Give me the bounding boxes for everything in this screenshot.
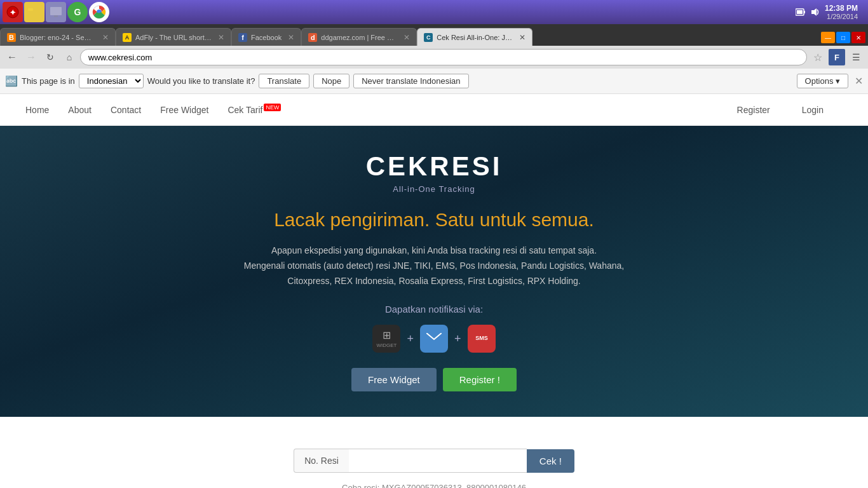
address-input[interactable] <box>80 49 807 65</box>
minimize-button[interactable]: — <box>821 32 835 43</box>
tab-adfly-label: AdFly - The URL shortene <box>135 34 212 41</box>
tab-facebook-close[interactable]: ✕ <box>288 33 294 42</box>
translate-button[interactable]: Translate <box>259 74 309 88</box>
track-input[interactable] <box>349 449 527 473</box>
blogger-favicon: B <box>7 33 16 42</box>
site-tagline: All-in-One Tracking <box>393 184 475 194</box>
browser-chrome: B Blogger: eno-24 - Semua ✕ A AdFly - Th… <box>0 24 868 94</box>
battery-icon <box>796 8 806 17</box>
close-window-button[interactable]: ✕ <box>851 32 865 43</box>
back-button[interactable]: ← <box>4 49 20 65</box>
nope-button[interactable]: Nope <box>313 74 349 88</box>
tab-facebook-label: Facebook <box>251 34 281 41</box>
email-notify-icon <box>420 325 448 353</box>
tab-blogger-close[interactable]: ✕ <box>102 33 109 42</box>
tab-blogger[interactable]: B Blogger: eno-24 - Semua ✕ <box>0 28 116 46</box>
taskbar-icon-green[interactable]: G <box>67 2 88 22</box>
site-logo: CEKRESI <box>366 151 503 182</box>
window-controls: — □ ✕ <box>821 32 868 46</box>
tab-facebook[interactable]: f Facebook ✕ <box>231 28 301 46</box>
nav-tarif[interactable]: Cek TarifNEW <box>227 104 281 115</box>
taskbar: ✦ G 12:38 PM 1/29/2014 <box>0 0 868 24</box>
track-form: No. Resi Cek ! <box>13 449 855 473</box>
translate-bar: 🔤 This page is in Indonesian Would you l… <box>0 69 868 94</box>
free-widget-button[interactable]: Free Widget <box>351 368 437 391</box>
taskbar-sys-icons: 12:38 PM 1/29/2014 <box>796 4 865 20</box>
svg-rect-3 <box>28 8 33 11</box>
notify-label: Dapatkan notifikasi via: <box>385 304 483 315</box>
maximize-button[interactable]: □ <box>836 32 850 43</box>
tab-bar: B Blogger: eno-24 - Semua ✕ A AdFly - Th… <box>0 24 868 46</box>
register-button[interactable]: Register ! <box>443 368 517 391</box>
nav-home[interactable]: Home <box>25 105 49 115</box>
nav-register[interactable]: Register <box>737 105 770 115</box>
tab-ddg[interactable]: d ddgamez.com | Free dowr ✕ <box>301 28 417 46</box>
translate-icon: 🔤 <box>5 75 18 87</box>
hero-desc: Apapun ekspedisi yang digunakan, kini An… <box>243 243 625 288</box>
volume-icon <box>811 8 820 17</box>
forward-button[interactable]: → <box>23 49 39 65</box>
tab-adfly-close[interactable]: ✕ <box>218 33 224 42</box>
tab-cek-label: Cek Resi All-in-One: JNE, <box>437 34 513 41</box>
taskbar-time: 12:38 PM 1/29/2014 <box>825 4 863 20</box>
track-button[interactable]: Cek ! <box>527 449 574 473</box>
sms-notify-icon: SMS <box>468 325 496 353</box>
tab-cek[interactable]: C Cek Resi All-in-One: JNE, ✕ <box>417 28 532 46</box>
tab-ddg-label: ddgamez.com | Free dowr <box>321 34 397 41</box>
svg-text:✦: ✦ <box>10 8 16 17</box>
tab-ddg-close[interactable]: ✕ <box>403 33 410 42</box>
adfly-favicon: A <box>123 33 132 42</box>
tab-blogger-label: Blogger: eno-24 - Semua <box>20 34 96 41</box>
cek-favicon: C <box>424 33 433 42</box>
facebook-favicon: f <box>238 33 247 42</box>
svg-rect-10 <box>804 11 805 13</box>
tab-cek-close[interactable]: ✕ <box>519 33 526 42</box>
translate-question: Would you like to translate it? <box>147 76 255 86</box>
taskbar-icon-red[interactable]: ✦ <box>3 2 23 22</box>
nav-login[interactable]: Login <box>802 105 824 115</box>
nav-about[interactable]: About <box>68 105 92 115</box>
notify-icons: ⊞ WIDGET + + SMS <box>372 325 495 353</box>
svg-marker-14 <box>477 343 479 346</box>
ddg-favicon: d <box>308 33 317 42</box>
profile-button[interactable]: F <box>829 49 845 65</box>
translate-close-button[interactable]: ✕ <box>855 75 863 87</box>
website-content: Home About Contact Free Widget Cek Tarif… <box>0 94 868 488</box>
address-bar-row: ← → ↻ ⌂ ☆ F ☰ <box>0 46 868 69</box>
hero-section: CEKRESI All-in-One Tracking Lacak pengir… <box>0 126 868 417</box>
track-hint: Coba resi: MXGAZ00057036313, 88000010801… <box>13 483 855 488</box>
new-badge: NEW <box>264 104 281 111</box>
hero-buttons: Free Widget Register ! <box>351 368 517 391</box>
taskbar-icon-monitor[interactable] <box>46 2 66 22</box>
track-label: No. Resi <box>294 449 349 473</box>
taskbar-icon-chrome[interactable] <box>89 2 109 22</box>
translate-language-select[interactable]: Indonesian <box>79 74 144 88</box>
nav-right: Register Login <box>737 105 843 115</box>
hero-headline: Lacak pengiriman. Satu untuk semua. <box>274 209 594 231</box>
plus-icon-1: + <box>407 332 414 346</box>
track-section: No. Resi Cek ! Coba resi: MXGAZ000570363… <box>0 417 868 488</box>
nav-contact[interactable]: Contact <box>111 105 141 115</box>
svg-marker-11 <box>811 8 817 16</box>
widget-notify-icon: ⊞ WIDGET <box>372 325 400 353</box>
plus-icon-2: + <box>454 332 461 346</box>
svg-rect-9 <box>797 10 803 14</box>
svg-rect-5 <box>54 15 58 17</box>
never-translate-button[interactable]: Never translate Indonesian <box>353 74 468 88</box>
home-button[interactable]: ⌂ <box>61 49 78 65</box>
site-nav: Home About Contact Free Widget Cek Tarif… <box>0 94 868 126</box>
chrome-menu-button[interactable]: ☰ <box>848 49 864 65</box>
bookmark-button[interactable]: ☆ <box>810 49 826 65</box>
translate-options-button[interactable]: Options ▾ <box>797 74 848 88</box>
taskbar-icon-folder[interactable] <box>24 2 44 22</box>
translate-prefix: This page is in <box>22 76 75 86</box>
refresh-button[interactable]: ↻ <box>42 49 58 65</box>
svg-rect-4 <box>50 7 62 15</box>
nav-widget[interactable]: Free Widget <box>160 105 208 115</box>
tab-adfly[interactable]: A AdFly - The URL shortene ✕ <box>116 28 231 46</box>
svg-text:SMS: SMS <box>475 335 488 341</box>
